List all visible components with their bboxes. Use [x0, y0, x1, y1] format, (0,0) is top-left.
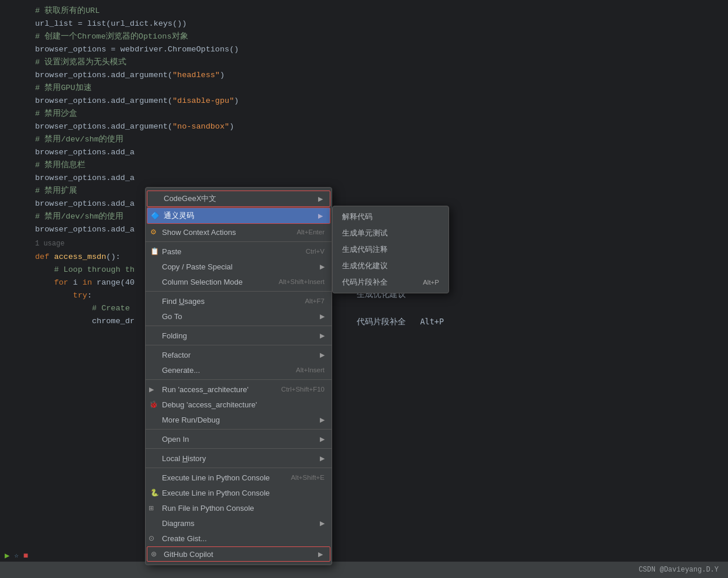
debug-label: Debug 'access_architecture' [162, 400, 257, 409]
menu-item-open-in[interactable]: Open In ▶ [146, 431, 332, 447]
stop-button[interactable]: ■ [23, 551, 28, 560]
github-copilot-icon: ⊛ [151, 550, 157, 558]
compare-label: Run File in Python Console [162, 504, 254, 513]
github-gist-icon: ⊙ [149, 534, 154, 542]
open-in-label: Open In [162, 435, 189, 444]
execute-line-shortcut: Alt+Shift+E [279, 474, 325, 481]
submenu-item-optimize[interactable]: 生成优化建议 [333, 258, 448, 274]
menu-item-run-file[interactable]: 🐍 Execute Line in Python Console [146, 485, 332, 500]
separator [146, 326, 332, 326]
separator [146, 379, 332, 380]
submenu-item-explain[interactable]: 解释代码 [333, 209, 448, 225]
code-line: browser_options.add_a [0, 146, 728, 159]
code-line: # 设置浏览器为无头模式 [0, 56, 728, 69]
arrow-icon: ▶ [318, 551, 323, 558]
code-line: browser_options.add_argument("disable-gp… [0, 95, 728, 108]
code-line: # 禁用扩展 [0, 185, 728, 198]
code-line: browser_options.add_a [0, 172, 728, 185]
arrow-icon: ▶ [318, 195, 323, 203]
code-line: # 禁用GPU加速 [0, 82, 728, 95]
separator [146, 345, 332, 345]
run-button[interactable]: ▶ [5, 551, 9, 560]
code-line: # 获取所有的URL [0, 5, 728, 18]
submenu-item-snippet[interactable]: 代码片段补全 Alt+P [333, 274, 448, 290]
column-shortcut: Alt+Shift+Insert [267, 278, 325, 285]
arrow-icon: ▶ [320, 520, 325, 527]
separator [146, 468, 332, 468]
separator [146, 429, 332, 430]
paste-label: Paste [162, 247, 181, 256]
arrow-icon: ▶ [320, 351, 325, 359]
show-context-shortcut: Alt+Enter [285, 229, 325, 236]
tongyi-label: 通义灵码 [164, 210, 194, 221]
code-line: browser_options.add_argument("no-sandbox… [0, 120, 728, 133]
menu-item-diagrams[interactable]: Diagrams ▶ [146, 515, 332, 531]
menu-item-column-selection[interactable]: Column Selection Mode Alt+Shift+Insert [146, 274, 332, 289]
menu-item-paste[interactable]: 📋 Paste Ctrl+V [146, 244, 332, 259]
code-line: # 禁用/dev/shm的使用 [0, 133, 728, 146]
show-context-label: Show Context Actions [162, 228, 236, 237]
menu-item-generate[interactable]: Generate... Alt+Insert [146, 362, 332, 378]
github-copilot-label: GitHub Copilot [164, 550, 213, 559]
code-line: browser_options.add_argument("headless") [0, 69, 728, 82]
status-bar: CSDN @Davieyang.D.Y [0, 562, 728, 578]
arrow-icon: ▶ [320, 313, 325, 320]
code-line: url_list = list(url_dict.keys()) [0, 18, 728, 30]
tongyi-icon: 🔷 [151, 212, 160, 220]
run-shortcut: Ctrl+Shift+F10 [270, 386, 325, 393]
diagrams-label: Diagrams [162, 519, 195, 528]
menu-item-local-history[interactable]: Local History ▶ [146, 451, 332, 466]
submenu-item-comment[interactable]: 生成代码注释 [333, 241, 448, 258]
code-line: # 禁用沙盒 [0, 108, 728, 120]
menu-item-execute-line[interactable]: Execute Line in Python Console Alt+Shift… [146, 470, 332, 485]
paste-icon: 📋 [150, 247, 159, 255]
folding-label: Folding [162, 331, 187, 340]
menu-item-find-usages[interactable]: Find Usages Alt+F7 [146, 293, 332, 309]
generate-shortcut: Alt+Insert [284, 366, 325, 373]
create-gist-label: Create Gist... [162, 534, 207, 543]
menu-item-refactor[interactable]: Refactor ▶ [146, 347, 332, 362]
debug-icon: 🐞 [149, 400, 158, 409]
refactor-label: Refactor [162, 351, 191, 359]
execute-line-label: Execute Line in Python Console [162, 473, 270, 482]
separator [146, 291, 332, 292]
generate-label: Generate... [162, 366, 200, 375]
tongyi-submenu: 解释代码 生成单元测试 生成代码注释 生成优化建议 代码片段补全 Alt+P [332, 206, 449, 293]
run-file-label: Execute Line in Python Console [162, 489, 270, 497]
menu-item-more-run[interactable]: More Run/Debug ▶ [146, 412, 332, 427]
menu-item-folding[interactable]: Folding ▶ [146, 328, 332, 343]
menu-item-codegeeX[interactable]: CodeGeeX中文 ▶ [147, 191, 330, 207]
menu-item-github-copilot[interactable]: ⊛ GitHub Copilot ▶ [147, 546, 330, 562]
run-label: Run 'access_architecture' [162, 385, 249, 394]
menu-item-debug[interactable]: 🐞 Debug 'access_architecture' [146, 397, 332, 412]
context-menu: CodeGeeX中文 ▶ 🔷 通义灵码 ▶ 解释代码 生成单元测试 生成代码注释… [145, 187, 332, 565]
menu-item-show-context[interactable]: ⚙ Show Context Actions Alt+Enter [146, 224, 332, 240]
arrow-icon: ▶ [318, 212, 323, 220]
codegeeX-label: CodeGeeX中文 [164, 193, 216, 204]
column-selection-label: Column Selection Mode [162, 278, 243, 286]
menu-item-compare[interactable]: ⊞ Run File in Python Console [146, 500, 332, 515]
arrow-icon: ▶ [320, 455, 325, 462]
separator [146, 448, 332, 449]
arrow-icon: ▶ [320, 435, 325, 443]
status-text: CSDN @Davieyang.D.Y [639, 566, 719, 574]
paste-shortcut: Ctrl+V [294, 248, 325, 255]
separator [146, 241, 332, 242]
menu-item-tongyi[interactable]: 🔷 通义灵码 ▶ 解释代码 生成单元测试 生成代码注释 生成优化建议 代码片段补… [147, 207, 330, 224]
more-run-label: More Run/Debug [162, 416, 220, 424]
menu-item-goto[interactable]: Go To ▶ [146, 309, 332, 324]
find-usages-label: Find Usages [162, 297, 205, 306]
compare-icon: ⊞ [149, 504, 154, 512]
copy-paste-special-label: Copy / Paste Special [162, 262, 233, 271]
menu-item-copy-paste-special[interactable]: Copy / Paste Special ▶ [146, 259, 332, 274]
submenu-item-unittest[interactable]: 生成单元测试 [333, 225, 448, 241]
menu-item-create-gist[interactable]: ⊙ Create Gist... [146, 531, 332, 546]
menu-item-run[interactable]: ▶ Run 'access_architecture' Ctrl+Shift+F… [146, 382, 332, 397]
find-usages-shortcut: Alt+F7 [293, 297, 325, 304]
code-line: # 创建一个Chrome浏览器的Options对象 [0, 30, 728, 43]
bookmark-button[interactable]: ☆ [14, 551, 18, 560]
bottom-toolbar: ▶ ☆ ■ [5, 551, 28, 560]
run-icon: ▶ [149, 386, 154, 393]
goto-label: Go To [162, 312, 182, 321]
arrow-icon: ▶ [320, 332, 325, 340]
